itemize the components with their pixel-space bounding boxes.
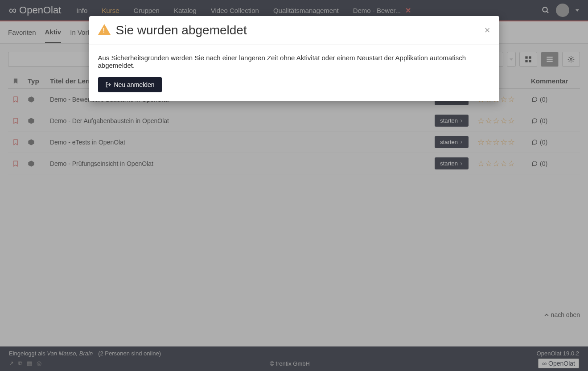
modal-body: Aus Sicherheitsgründen werden Sie nach e… bbox=[89, 45, 499, 101]
logout-modal: Sie wurden abgemeldet × Aus Sicherheitsg… bbox=[89, 16, 499, 101]
modal-header: Sie wurden abgemeldet × bbox=[89, 16, 499, 45]
relogin-button[interactable]: Neu anmelden bbox=[98, 77, 162, 92]
modal-message: Aus Sicherheitsgründen werden Sie nach e… bbox=[98, 54, 490, 69]
modal-close-button[interactable]: × bbox=[485, 25, 490, 35]
relogin-label: Neu anmelden bbox=[114, 81, 155, 88]
modal-title: Sie wurden abgemeldet bbox=[116, 23, 479, 37]
warning-icon bbox=[98, 24, 111, 35]
